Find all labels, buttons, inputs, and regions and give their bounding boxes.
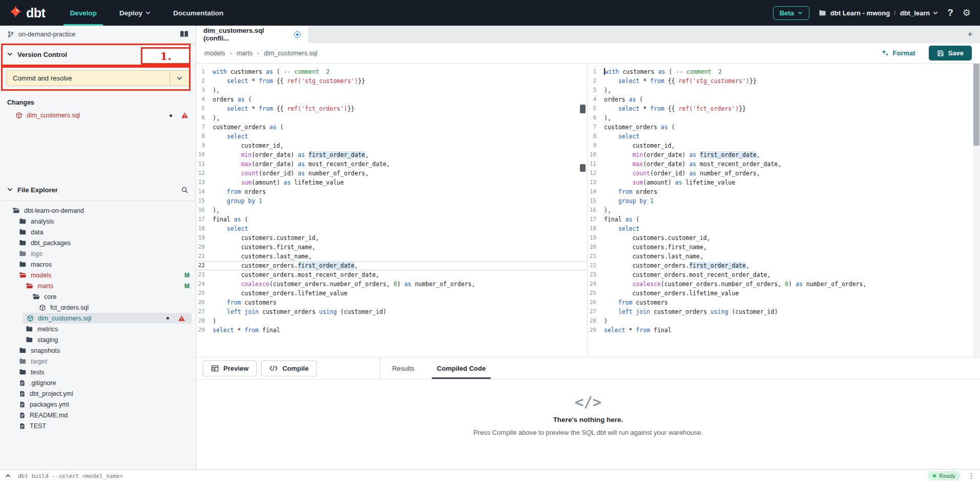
code-line-3[interactable]: 3),	[196, 86, 587, 95]
code-line-6[interactable]: 6),	[196, 113, 587, 123]
code-line-8[interactable]: 8 select	[196, 132, 587, 141]
code-line-17[interactable]: 17final as (	[588, 215, 980, 224]
code-line-18[interactable]: 18 select	[588, 224, 980, 233]
code-line-4[interactable]: 4orders as (	[196, 95, 587, 104]
breadcrumb-models[interactable]: models	[204, 50, 225, 57]
dbt-logo[interactable]: dbt	[0, 0, 58, 26]
settings-gear-icon[interactable]: ⚙	[963, 8, 971, 17]
vertical-scrollbar[interactable]	[973, 64, 980, 357]
docs-book-icon[interactable]	[180, 30, 189, 38]
project-name[interactable]: dbt Learn - mwong	[830, 9, 890, 17]
scrollbar-thumb[interactable]	[973, 64, 979, 146]
code-line-6[interactable]: 6),	[588, 113, 980, 123]
tab-compiled-code[interactable]: Compiled Code	[426, 357, 497, 379]
tab-results[interactable]: Results	[381, 357, 425, 379]
nav-item-documentation[interactable]: Documentation	[162, 0, 235, 26]
code-line-12[interactable]: 12 count(order_id) as number_of_orders,	[196, 169, 587, 178]
code-line-27[interactable]: 27 left join customer_orders using (cust…	[196, 307, 587, 316]
code-line-2[interactable]: 2 select * from {{ ref('stg_customers')}…	[588, 76, 980, 86]
tree-item-core[interactable]: core	[0, 291, 196, 302]
tab-dim-customers[interactable]: dim_customers.sql (confli...	[196, 26, 308, 43]
code-line-7[interactable]: 7customer_orders as (	[588, 123, 980, 132]
save-button[interactable]: Save	[929, 46, 972, 61]
code-line-29[interactable]: 29select * from final	[196, 326, 587, 335]
code-line-23[interactable]: 23 customer_orders.most_recent_order_dat…	[196, 270, 587, 279]
code-line-19[interactable]: 19 customers.customer_id,	[588, 233, 980, 243]
code-line-24[interactable]: 24 coalesce(customer_orders.number_of_or…	[196, 279, 587, 289]
tree-item-metrics[interactable]: metrics	[0, 324, 196, 334]
code-line-9[interactable]: 9 customer_id,	[196, 141, 587, 150]
tree-item-snapshots[interactable]: snapshots	[0, 345, 196, 356]
code-line-20[interactable]: 20 customers.first_name,	[196, 243, 587, 252]
tree-item-marts[interactable]: martsM	[0, 280, 196, 291]
code-line-10[interactable]: 10 min(order_date) as first_order_date,	[588, 150, 980, 159]
code-line-28[interactable]: 28)	[196, 316, 587, 326]
code-line-1[interactable]: 1with customers as ( -- comment 2	[588, 67, 980, 76]
code-line-16[interactable]: 16),	[588, 206, 980, 215]
code-line-2[interactable]: 2 select * from {{ ref('stg_customers')}…	[196, 76, 587, 86]
code-line-29[interactable]: 29select * from final	[588, 326, 980, 335]
code-line-15[interactable]: 15 group by 1	[588, 196, 980, 206]
tree-item-readme-md[interactable]: README.md	[0, 410, 196, 420]
tree-item-packages-yml[interactable]: packages.yml	[0, 399, 196, 410]
tree-item-logs[interactable]: logs	[0, 248, 196, 259]
nav-item-deploy[interactable]: Deploy	[108, 0, 162, 26]
code-line-23[interactable]: 23 customer_orders.most_recent_order_dat…	[588, 270, 980, 279]
environment-dropdown[interactable]: dbt_learn	[900, 9, 939, 17]
code-line-26[interactable]: 26 from customers	[196, 298, 587, 307]
code-line-19[interactable]: 19 customers.customer_id,	[196, 233, 587, 243]
tree-item-tests[interactable]: tests	[0, 367, 196, 377]
preview-button[interactable]: Preview	[203, 360, 257, 376]
chevron-up-icon[interactable]	[5, 474, 11, 477]
code-line-13[interactable]: 13 sum(amount) as lifetime_value	[588, 178, 980, 187]
code-line-9[interactable]: 9 customer_id,	[588, 141, 980, 150]
tree-item-staging[interactable]: staging	[0, 334, 196, 345]
tree-item-fct-orders-sql[interactable]: fct_orders.sql	[0, 302, 196, 313]
tree-item-dbt-learn-on-demand[interactable]: dbt-learn-on-demand	[0, 205, 196, 216]
tree-item--gitignore[interactable]: .gitignore	[0, 377, 196, 388]
editor-pane-right[interactable]: 1with customers as ( -- comment 22 selec…	[587, 64, 980, 357]
tree-item-analysis[interactable]: analysis	[0, 216, 196, 227]
tree-item-macros[interactable]: macros	[0, 259, 196, 270]
new-tab-button[interactable]: +	[960, 29, 980, 40]
code-line-13[interactable]: 13 sum(amount) as lifetime_value	[196, 178, 587, 187]
editor-pane-left[interactable]: 1with customers as ( -- comment 22 selec…	[196, 64, 587, 357]
search-icon[interactable]	[181, 186, 189, 194]
scrollbar-change-marker[interactable]	[580, 105, 586, 113]
commit-and-resolve-button[interactable]: Commit and resolve	[6, 70, 190, 86]
tree-item-target[interactable]: target	[0, 356, 196, 367]
beta-badge[interactable]: Beta	[773, 6, 809, 20]
command-input[interactable]: dbt build --select <model_name>	[18, 473, 921, 479]
file-explorer-header[interactable]: File Explorer	[0, 179, 196, 201]
breadcrumb-file[interactable]: dim_customers.sql	[264, 50, 317, 57]
changed-file-row[interactable]: dim_customers.sql	[0, 109, 196, 122]
code-line-22[interactable]: 22 customer_orders.first_order_date,	[588, 261, 980, 270]
code-line-12[interactable]: 12 count(order_id) as number_of_orders,	[588, 169, 980, 178]
code-line-14[interactable]: 14 from orders	[196, 187, 587, 196]
code-line-22[interactable]: 22 customer_orders.first_order_date,	[196, 261, 587, 270]
compile-button[interactable]: Compile	[261, 360, 317, 376]
code-line-7[interactable]: 7customer_orders as (	[196, 123, 587, 132]
git-branch-row[interactable]: on-demand-practice	[0, 26, 196, 44]
code-line-10[interactable]: 10 min(order_date) as first_order_date,	[196, 150, 587, 159]
tree-item-test[interactable]: TEST	[0, 420, 196, 431]
version-control-header[interactable]: Version Control	[0, 44, 196, 66]
code-line-1[interactable]: 1with customers as ( -- comment 2	[196, 67, 587, 76]
tree-item-dim-customers-sql[interactable]: dim_customers.sql	[23, 313, 192, 324]
scrollbar-change-marker[interactable]	[580, 164, 586, 172]
code-line-11[interactable]: 11 max(order_date) as most_recent_order_…	[196, 159, 587, 169]
code-line-18[interactable]: 18 select	[196, 224, 587, 233]
code-line-15[interactable]: 15 group by 1	[196, 196, 587, 206]
tree-item-dbt-project-yml[interactable]: dbt_project.yml	[0, 388, 196, 399]
code-line-24[interactable]: 24 coalesce(customer_orders.number_of_or…	[588, 279, 980, 289]
code-line-25[interactable]: 25 customer_orders.lifetime_value	[588, 289, 980, 298]
code-line-20[interactable]: 20 customers.first_name,	[588, 243, 980, 252]
breadcrumb-marts[interactable]: marts	[237, 50, 253, 57]
code-line-5[interactable]: 5 select * from {{ ref('fct_orders')}}	[196, 104, 587, 113]
code-line-14[interactable]: 14 from orders	[588, 187, 980, 196]
help-icon[interactable]: ?	[947, 7, 953, 18]
code-line-4[interactable]: 4orders as (	[588, 95, 980, 104]
code-line-25[interactable]: 25 customer_orders.lifetime_value	[196, 289, 587, 298]
commit-dropdown-toggle[interactable]	[170, 71, 189, 86]
code-line-11[interactable]: 11 max(order_date) as most_recent_order_…	[588, 159, 980, 169]
